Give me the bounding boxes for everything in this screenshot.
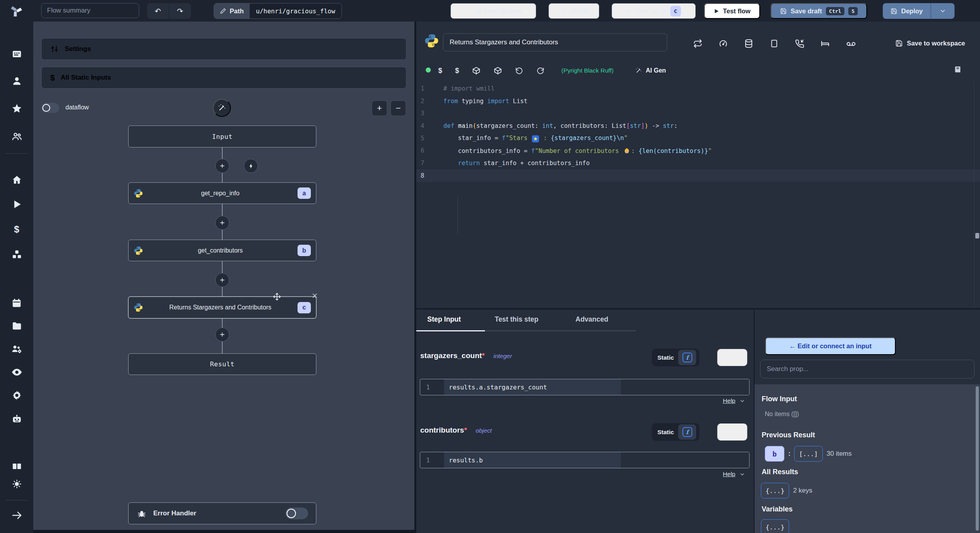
dataflow-toggle[interactable] [41,103,59,113]
result-key-badge[interactable]: b [765,446,784,462]
save-draft-button[interactable]: Save draft Ctrl S [771,3,867,19]
code-line[interactable]: 5 star_info = f"Stars : {stargazers_coun… [416,132,980,145]
flow-settings-button[interactable]: Settings [41,38,407,60]
undo-button[interactable]: ↶ [147,3,169,19]
sleep-bed-icon[interactable] [820,39,830,49]
ai-edit-flow-button[interactable] [213,99,231,117]
suspend-phone-icon[interactable] [795,39,804,49]
test-flow-button[interactable]: Test flow [704,3,760,19]
package-button[interactable] [494,66,502,75]
path-value[interactable]: u/henri/gracious_flow [250,4,341,18]
move-step-handle[interactable] [273,293,281,301]
static-fexpr-toggle[interactable]: Static f [652,349,699,366]
add-step-button[interactable] [215,273,229,287]
object-value-badge[interactable]: {...} [761,483,789,498]
connect-input-button[interactable] [717,349,748,366]
add-resource-button[interactable]: $ [455,67,459,75]
save-to-workspace-button[interactable]: Save to workspace [895,40,965,47]
step-title-input[interactable] [443,33,667,51]
flow-input-node[interactable]: Input [128,126,316,147]
deploy-more-button[interactable] [931,3,955,19]
help-expander[interactable]: Help [723,471,745,478]
library-button[interactable] [954,65,962,75]
fexpr-option[interactable]: f [678,424,696,440]
tab-test-this-step[interactable]: Test this step [495,315,539,324]
sidebar-expand-button[interactable] [0,507,33,524]
sidebar-item-user-groups[interactable] [0,128,33,145]
lint-status[interactable]: (Pyright Black Ruff) [561,67,613,74]
code-line[interactable]: 1# import wmill [416,82,980,95]
json-button[interactable]: JSON [548,3,599,19]
retries-repeat-icon[interactable] [693,39,702,49]
object-value-badge[interactable]: {...} [761,519,789,533]
cache-database-icon[interactable] [744,39,753,49]
sidebar-item-user[interactable] [0,73,33,90]
sidebar-item-workspace[interactable] [0,46,33,63]
sidebar-item-ai[interactable] [0,410,33,427]
help-link[interactable]: Help [723,397,735,404]
flow-result-node[interactable]: Result [128,353,316,375]
all-static-inputs-button[interactable]: $ All Static Inputs [41,67,407,89]
add-trigger-button[interactable] [244,159,258,173]
flow-summary-input[interactable] [41,3,139,18]
early-stop-gauge-icon[interactable] [719,39,728,49]
sidebar-item-variables[interactable]: $ [0,221,33,238]
test-up-to-button[interactable]: Test up to c [612,3,696,19]
add-variable-button[interactable]: $ [438,67,442,75]
add-step-button[interactable] [215,159,229,173]
editor-scrollbar-thumb[interactable] [975,233,979,238]
reload-button[interactable] [536,67,544,75]
step-node-a[interactable]: get_repo_info a [128,182,316,204]
delete-step-button[interactable] [312,293,318,299]
code-line[interactable]: 3 [416,107,980,120]
help-link[interactable]: Help [723,471,735,478]
reset-button[interactable] [515,67,523,75]
edit-or-connect-button[interactable]: ← Edit or connect an input [765,337,896,355]
step-node-b[interactable]: get_contributors b [128,240,316,261]
sidebar-item-folders[interactable] [0,317,33,335]
static-fexpr-toggle[interactable]: Static f [652,423,699,441]
sidebar-item-workers[interactable] [0,340,33,358]
sidebar-item-favorites[interactable] [0,100,33,117]
sidebar-item-docs[interactable] [0,458,33,475]
add-step-button[interactable] [215,216,229,230]
sidebar-item-theme-toggle[interactable] [0,475,33,493]
connect-input-button[interactable] [717,423,748,441]
zoom-in-button[interactable]: + [372,100,387,116]
sidebar-item-settings[interactable] [0,387,33,404]
panel-scrollbar-thumb[interactable] [976,386,979,531]
redo-button[interactable]: ↷ [169,3,191,19]
ai-flow-builder-button[interactable]: AI Flow Builder [450,3,536,19]
code-editor[interactable]: 1# import wmill2from typing import List3… [416,82,980,308]
tab-advanced[interactable]: Advanced [575,315,608,324]
static-option[interactable]: Static [653,429,678,436]
expr-input-stargazers-count[interactable]: 1 results.a.stargazers_count [420,379,750,395]
code-line[interactable]: 8 [416,169,980,182]
help-expander[interactable]: Help [723,397,745,404]
fexpr-option[interactable]: f [678,350,696,365]
sidebar-item-runs[interactable] [0,196,33,213]
sidebar-item-schedules[interactable] [0,294,33,311]
sidebar-item-audit-logs[interactable] [0,364,33,381]
step-node-c-selected[interactable]: Returns Stargazers and Contributors c [128,297,316,318]
sidebar-item-home[interactable] [0,171,33,189]
deploy-button[interactable]: Deploy [883,3,931,19]
sidebar-item-resources[interactable] [0,246,33,263]
code-line[interactable]: 4def main(stargazers_count: int, contrib… [416,120,980,132]
static-option[interactable]: Static [653,354,678,361]
edit-path-button[interactable]: Path [214,4,250,18]
expr-input-contributors[interactable]: 1 results.b [420,452,750,468]
ai-gen-button[interactable]: AI Gen [635,67,666,74]
add-step-button[interactable] [215,327,229,342]
search-prop-input[interactable] [760,360,975,378]
array-value-badge[interactable]: [...] [794,446,822,462]
error-handler-toggle[interactable] [285,508,308,519]
code-line[interactable]: 2from typing import List [416,95,980,107]
code-line[interactable]: 6 contributors_info = f"Number of contri… [416,144,980,157]
zoom-out-button[interactable]: − [390,100,406,116]
stop-square-icon[interactable] [769,39,779,49]
package-button[interactable] [472,66,481,75]
tab-step-input[interactable]: Step Input [427,315,461,324]
mock-voicemail-icon[interactable] [846,39,856,49]
code-line[interactable]: 7 return star_info + contributors_info [416,157,980,169]
